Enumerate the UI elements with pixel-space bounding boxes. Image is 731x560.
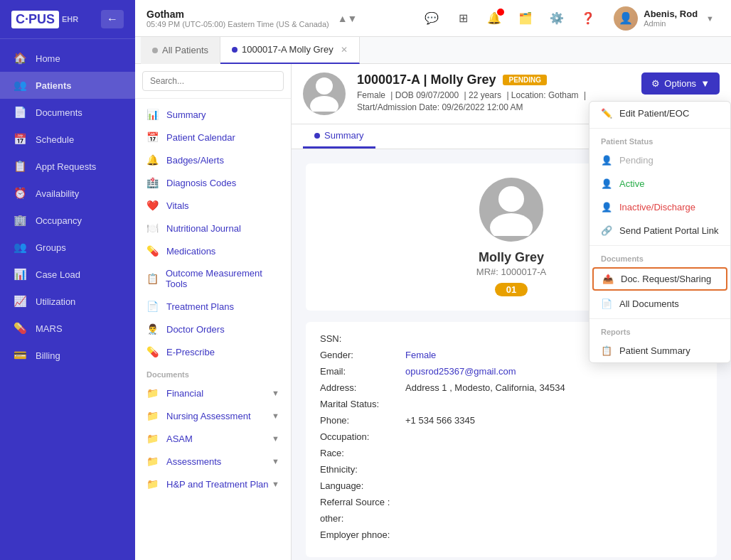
nav-item-nursing-assessment[interactable]: 📁 Nursing Assessment ▼ xyxy=(135,404,291,427)
svg-point-0 xyxy=(316,77,333,95)
sidebar-item-label: Schedule xyxy=(36,134,74,145)
chat-icon-button[interactable]: 💬 xyxy=(420,7,443,30)
settings-icon-button[interactable]: ⚙️ xyxy=(545,7,568,30)
nav-item-badges-alerts[interactable]: 🔔 Badges/Alerts xyxy=(135,149,291,171)
nav-item-assessments[interactable]: 📁 Assessments ▼ xyxy=(135,450,291,473)
sidebar-item-patients[interactable]: 👥 Patients xyxy=(0,72,135,99)
mars-icon: 💊 xyxy=(13,322,27,335)
sidebar-item-groups[interactable]: 👥 Groups xyxy=(0,234,135,261)
nav-item-vitals[interactable]: ❤️ Vitals xyxy=(135,194,291,217)
user-menu[interactable]: 👤 Abenis, Rod Admin ▼ xyxy=(608,4,720,33)
nav-item-summary[interactable]: 📊 Summary xyxy=(135,103,291,126)
nav-item-hep-treatment[interactable]: 📁 H&P and Treatment Plan ▼ xyxy=(135,473,291,495)
sidebar-item-case-load[interactable]: 📊 Case Load xyxy=(0,261,135,288)
options-button[interactable]: ⚙ Options ▼ xyxy=(641,72,720,95)
outcome-icon: 📋 xyxy=(146,273,159,284)
tab-summary[interactable]: Summary xyxy=(303,124,375,149)
dropdown-send-portal[interactable]: 🔗 Send Patient Portal Link xyxy=(589,219,730,242)
info-row-other: other: xyxy=(320,513,703,524)
nav-item-patient-calendar[interactable]: 📅 Patient Calendar xyxy=(135,126,291,149)
sidebar-item-mars[interactable]: 💊 MARS xyxy=(0,315,135,342)
user-name: Abenis, Rod xyxy=(644,9,698,19)
divider xyxy=(589,245,730,246)
dropdown-status-active[interactable]: 👤 Active xyxy=(589,172,730,195)
sidebar-item-label: Documents xyxy=(36,107,82,118)
sidebar-item-occupancy[interactable]: 🏢 Occupancy xyxy=(0,207,135,234)
sidebar-item-availability[interactable]: ⏰ Availability xyxy=(0,180,135,207)
info-row-marital: Marital Status: xyxy=(320,399,703,409)
sidebar-item-label: Utilization xyxy=(36,296,75,307)
nav-item-outcome-tools[interactable]: 📋 Outcome Measurement Tools xyxy=(135,262,291,295)
bell-icon-button[interactable]: 🔔 xyxy=(483,7,506,30)
sidebar-item-billing[interactable]: 💳 Billing xyxy=(0,342,135,369)
nav-item-medications[interactable]: 💊 Medications xyxy=(135,239,291,262)
sidebar-item-schedule[interactable]: 📅 Schedule xyxy=(0,126,135,153)
summary-icon: 📋 xyxy=(601,345,612,356)
employer-phone-label: Employer phnoe: xyxy=(320,529,405,540)
nav-label: Patient Calendar xyxy=(166,132,235,143)
help-icon-button[interactable]: ❓ xyxy=(577,7,599,30)
nav-label: H&P and Treatment Plan xyxy=(166,479,269,490)
sidebar-item-label: Availability xyxy=(36,188,79,199)
prescribe-icon: 💊 xyxy=(146,346,159,357)
city-name: Gotham xyxy=(146,9,329,20)
info-row-race: Race: xyxy=(320,448,703,458)
dropdown-all-documents[interactable]: 📄 All Documents xyxy=(589,292,730,316)
tab-dot-blue xyxy=(232,47,238,53)
status-inactive-label: Inactive/Discharge xyxy=(619,202,695,212)
sidebar-item-appt-requests[interactable]: 📋 Appt Requests xyxy=(0,153,135,180)
search-input[interactable] xyxy=(142,71,284,91)
sidebar-item-label: Appt Requests xyxy=(36,161,96,172)
sidebar-item-home[interactable]: 🏠 Home xyxy=(0,45,135,72)
all-docs-icon: 📄 xyxy=(601,298,612,309)
nav-item-doctor-orders[interactable]: 👨‍⚕️ Doctor Orders xyxy=(135,318,291,340)
phone-value: +1 534 566 3345 xyxy=(405,415,475,426)
nav-item-financial[interactable]: 📁 Financial ▼ xyxy=(135,382,291,404)
ssn-label: SSN: xyxy=(320,333,405,344)
appt-icon: 📋 xyxy=(13,160,27,173)
nav-label: ASAM xyxy=(166,434,193,444)
edit-patient-label: Edit Patient/EOC xyxy=(619,108,689,119)
nav-item-treatment-plans[interactable]: 📄 Treatment Plans xyxy=(135,295,291,318)
dropdown-patient-summary[interactable]: 📋 Patient Summary xyxy=(589,339,730,362)
sidebar-item-utilization[interactable]: 📈 Utilization xyxy=(0,288,135,315)
link-icon: 🔗 xyxy=(601,225,612,236)
nav-item-diagnosis-codes[interactable]: 🏥 Diagnosis Codes xyxy=(135,171,291,194)
user-icon: 👤 xyxy=(601,155,612,166)
age-detail: 22 years xyxy=(469,90,501,100)
user-active-icon: 👤 xyxy=(601,178,612,189)
dropdown-status-pending[interactable]: 👤 Pending xyxy=(589,149,730,172)
tab-all-patients[interactable]: All Patients xyxy=(141,37,220,64)
patient-name: 1000017-A | Molly Grey xyxy=(357,72,496,87)
dropdown-edit-patient[interactable]: ✏️ Edit Patient/EOC xyxy=(589,102,730,125)
info-row-occupation: Occupation: xyxy=(320,431,703,442)
nav-label: Assessments xyxy=(166,456,221,467)
nav-item-asam[interactable]: 📁 ASAM ▼ xyxy=(135,427,291,450)
tab-patient[interactable]: 1000017-A Molly Grey ✕ xyxy=(220,37,360,64)
archive-icon-button[interactable]: 🗂️ xyxy=(514,7,537,30)
sidebar-item-label: Home xyxy=(36,53,60,64)
sidebar-item-documents[interactable]: 📄 Documents xyxy=(0,99,135,126)
send-portal-label: Send Patient Portal Link xyxy=(619,225,718,236)
chevron-down-icon: ▼ xyxy=(272,434,279,443)
patient-summary-label: Patient Summary xyxy=(619,345,690,356)
location-chevron[interactable]: ▲▼ xyxy=(338,13,358,24)
documents-icon: 📄 xyxy=(13,106,27,119)
nav-label: Medications xyxy=(166,246,215,257)
dropdown-doc-request[interactable]: 📤 Doc. Request/Sharing xyxy=(592,267,727,291)
tab-close-button[interactable]: ✕ xyxy=(341,45,348,55)
divider xyxy=(589,128,730,129)
gender-value: Female xyxy=(405,350,436,360)
svg-point-3 xyxy=(490,213,533,236)
status-badge: PENDING xyxy=(503,75,547,85)
nav-item-e-prescribe[interactable]: 💊 E-Prescribe xyxy=(135,340,291,363)
nav-item-nutritional-journal[interactable]: 🍽️ Nutritional Journal xyxy=(135,217,291,239)
dropdown-status-inactive[interactable]: 👤 Inactive/Discharge xyxy=(589,195,730,219)
phone-label: Phone: xyxy=(320,415,405,426)
back-button[interactable]: ← xyxy=(101,10,124,28)
grid-icon-button[interactable]: ⊞ xyxy=(452,7,474,30)
nav-label: E-Prescribe xyxy=(166,347,215,357)
main-panel: 1000017-A | Molly Grey PENDING Female | … xyxy=(292,64,731,560)
sidebar-item-label: Occupancy xyxy=(36,215,82,226)
status-active-label: Active xyxy=(619,178,644,189)
